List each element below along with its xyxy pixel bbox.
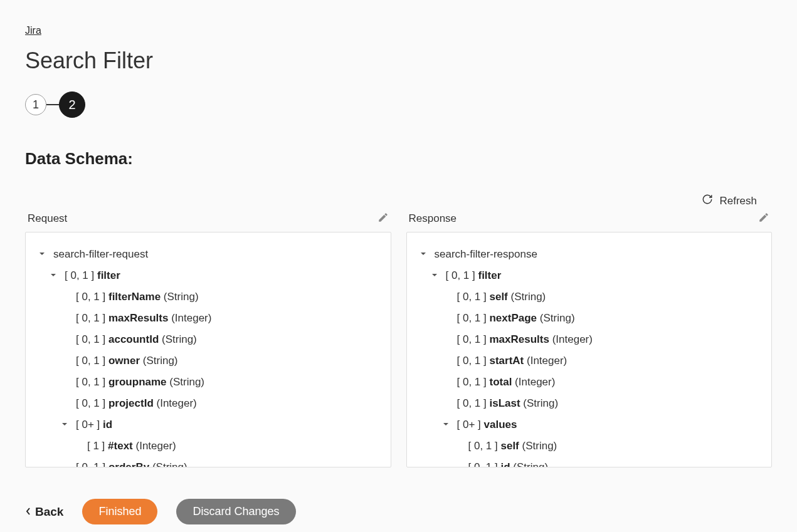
tree-node-label: [ 0, 1 ] filter bbox=[446, 265, 502, 286]
tree-leaf-node[interactable]: [ 1 ] #text (Integer) bbox=[38, 436, 378, 457]
step-1[interactable]: 1 bbox=[25, 94, 46, 115]
section-title: Data Schema: bbox=[25, 149, 772, 169]
tree-leaf-node[interactable]: [ 0, 1 ] maxResults (Integer) bbox=[420, 329, 759, 350]
chevron-down-icon bbox=[50, 271, 60, 279]
chevron-down-icon bbox=[61, 420, 71, 428]
tree-node-label: [ 0, 1 ] maxResults (Integer) bbox=[76, 308, 211, 329]
tree-node-label: [ 0+ ] id bbox=[76, 414, 112, 436]
tree-node-label: [ 0, 1 ] maxResults (Integer) bbox=[457, 329, 593, 350]
step-2[interactable]: 2 bbox=[59, 91, 85, 118]
back-label: Back bbox=[35, 505, 63, 519]
tree-node-label: [ 0, 1 ] projectId (Integer) bbox=[76, 393, 197, 414]
footer-actions: Back Finished Discard Changes bbox=[25, 499, 772, 524]
tree-leaf-node[interactable]: [ 0, 1 ] projectId (Integer) bbox=[38, 393, 378, 414]
tree-leaf-node[interactable]: [ 0, 1 ] maxResults (Integer) bbox=[38, 308, 378, 329]
tree-group-node[interactable]: [ 0, 1 ] filter bbox=[38, 265, 378, 286]
tree-node-label: [ 0, 1 ] id (String) bbox=[468, 457, 549, 467]
request-column: Request search-filter-request [ 0, 1 ] f… bbox=[25, 212, 391, 467]
request-schema-box[interactable]: search-filter-request [ 0, 1 ] filter [ … bbox=[25, 232, 391, 467]
breadcrumb-link[interactable]: Jira bbox=[25, 25, 41, 36]
tree-leaf-node[interactable]: [ 0, 1 ] owner (String) bbox=[38, 350, 378, 372]
stepper: 1 2 bbox=[25, 91, 772, 118]
response-column: Response search-filter-response [ 0, 1 ]… bbox=[406, 212, 773, 467]
tree-leaf-node[interactable]: [ 0, 1 ] filterName (String) bbox=[38, 286, 378, 308]
page-title: Search Filter bbox=[25, 48, 772, 74]
tree-group-node[interactable]: [ 0, 1 ] filter bbox=[420, 265, 759, 286]
tree-node-label: [ 0, 1 ] self (String) bbox=[468, 436, 557, 457]
tree-leaf-node[interactable]: [ 0, 1 ] id (String) bbox=[420, 457, 759, 467]
tree-root-node[interactable]: search-filter-request bbox=[38, 244, 378, 265]
refresh-icon bbox=[702, 194, 713, 208]
response-schema-box[interactable]: search-filter-response [ 0, 1 ] filter [… bbox=[406, 232, 773, 467]
refresh-label: Refresh bbox=[719, 195, 757, 207]
request-title: Request bbox=[28, 212, 67, 225]
edit-response-icon[interactable] bbox=[758, 212, 769, 226]
chevron-left-icon bbox=[25, 505, 31, 519]
tree-leaf-node[interactable]: [ 0, 1 ] groupname (String) bbox=[38, 372, 378, 393]
tree-leaf-node[interactable]: [ 0, 1 ] self (String) bbox=[420, 286, 759, 308]
tree-node-label: [ 0, 1 ] isLast (String) bbox=[457, 393, 559, 414]
tree-node-label: [ 0, 1 ] total (Integer) bbox=[457, 372, 556, 393]
tree-leaf-node[interactable]: [ 0, 1 ] orderBy (String) bbox=[38, 457, 378, 467]
step-connector bbox=[46, 104, 59, 105]
discard-button[interactable]: Discard Changes bbox=[176, 499, 295, 524]
tree-leaf-node[interactable]: [ 0, 1 ] total (Integer) bbox=[420, 372, 759, 393]
chevron-down-icon bbox=[431, 271, 441, 279]
tree-node-label: [ 0, 1 ] filter bbox=[65, 265, 120, 286]
tree-node-label: [ 0, 1 ] startAt (Integer) bbox=[457, 350, 567, 372]
tree-node-label: [ 0, 1 ] accountId (String) bbox=[76, 329, 197, 350]
tree-group-node[interactable]: [ 0+ ] id bbox=[38, 414, 378, 436]
chevron-down-icon bbox=[38, 250, 48, 258]
tree-group-node[interactable]: [ 0+ ] values bbox=[420, 414, 759, 436]
tree-leaf-node[interactable]: [ 0, 1 ] startAt (Integer) bbox=[420, 350, 759, 372]
finished-button[interactable]: Finished bbox=[82, 499, 157, 524]
tree-node-label: [ 0, 1 ] nextPage (String) bbox=[457, 308, 575, 329]
edit-request-icon[interactable] bbox=[377, 212, 389, 226]
tree-node-label: [ 0, 1 ] owner (String) bbox=[76, 350, 178, 372]
tree-node-label: [ 0, 1 ] self (String) bbox=[457, 286, 546, 308]
response-title: Response bbox=[409, 212, 457, 225]
chevron-down-icon bbox=[442, 420, 452, 428]
tree-node-label: [ 0, 1 ] filterName (String) bbox=[76, 286, 199, 308]
refresh-button[interactable]: Refresh bbox=[25, 194, 772, 208]
chevron-down-icon bbox=[420, 250, 430, 258]
tree-node-label: search-filter-response bbox=[435, 244, 537, 265]
tree-leaf-node[interactable]: [ 0, 1 ] self (String) bbox=[420, 436, 759, 457]
tree-node-label: [ 0+ ] values bbox=[457, 414, 517, 436]
tree-root-node[interactable]: search-filter-response bbox=[420, 244, 759, 265]
tree-node-label: search-filter-request bbox=[53, 244, 148, 265]
tree-leaf-node[interactable]: [ 0, 1 ] accountId (String) bbox=[38, 329, 378, 350]
tree-node-label: [ 0, 1 ] groupname (String) bbox=[76, 372, 204, 393]
back-button[interactable]: Back bbox=[25, 505, 63, 519]
tree-node-label: [ 1 ] #text (Integer) bbox=[87, 436, 176, 457]
tree-node-label: [ 0, 1 ] orderBy (String) bbox=[76, 457, 187, 467]
tree-leaf-node[interactable]: [ 0, 1 ] nextPage (String) bbox=[420, 308, 759, 329]
tree-leaf-node[interactable]: [ 0, 1 ] isLast (String) bbox=[420, 393, 759, 414]
